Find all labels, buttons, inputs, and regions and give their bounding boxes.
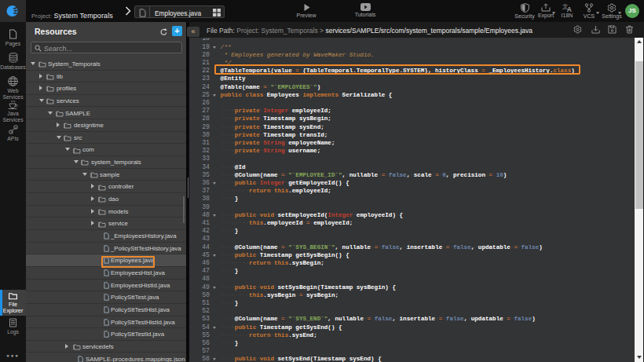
svg-text:A: A bbox=[566, 5, 571, 13]
